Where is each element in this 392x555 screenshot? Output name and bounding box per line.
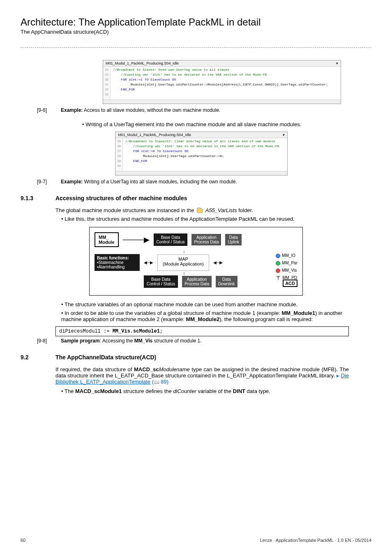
sample-code-box: diPiecesModul1 := MM_Vis.scModule1; bbox=[55, 326, 349, 336]
page-subtitle: The AppChannelData structure(ACD) bbox=[21, 29, 371, 35]
book-icon bbox=[154, 379, 161, 385]
basic-functions-box: Basic functions: •Statemachine •Alarmhan… bbox=[95, 254, 140, 271]
mm-module-box: MM_ Module bbox=[95, 232, 119, 247]
app-pd-bottom: ApplicationProcess Data bbox=[182, 276, 212, 287]
data-downlink: Data Downlink bbox=[216, 276, 238, 287]
page-number: 60 bbox=[21, 538, 25, 543]
scrollbar bbox=[103, 99, 341, 104]
caption-9-7: [9-7] Example: Writing of a UserTag into… bbox=[37, 179, 371, 185]
acd-box: ACD bbox=[283, 280, 297, 287]
scrollbar bbox=[115, 171, 287, 175]
code-screenshot-1: M01_Modul_1_PackML_Producing.S04_Idle ▾ … bbox=[103, 60, 341, 104]
folder-icon bbox=[197, 208, 203, 213]
code-header-1: M01_Modul_1_PackML_Producing.S04_Idle bbox=[106, 61, 179, 65]
sec913-bullet-1: Like this, the structures and machine mo… bbox=[61, 216, 349, 222]
sec913-p1: The global machine module structures are… bbox=[55, 207, 349, 213]
sec92-p1: If required, the data structure of MACD_… bbox=[55, 366, 349, 385]
sec913-bullet-2: The structure variables of an optional m… bbox=[61, 301, 349, 308]
sec92-bullet-1: The MACD_scModule1 structure defines the… bbox=[61, 388, 349, 394]
port-list: MM_IO MM_Par MM_Vis MM_PD bbox=[276, 252, 297, 282]
caption-9-8: [9-8] Sample program: Accessing the MM_V… bbox=[37, 338, 371, 344]
app-pd-top: ApplicationProcess Data bbox=[191, 234, 221, 245]
code-gutter-2: 35 36 37 38 39 40 bbox=[115, 138, 123, 171]
code-screenshot-2: M01_Modul_1_PackML_Producing.S04_Idle ▾ … bbox=[115, 132, 288, 176]
svg-marker-0 bbox=[276, 276, 280, 280]
sec913-bullet-3: In order to be able to use the variables… bbox=[61, 310, 349, 322]
code-lines-2: //Broadcast to SlavesII: Clear UserTag v… bbox=[123, 138, 287, 171]
filter-icon bbox=[276, 275, 281, 280]
dropdown-icon: ▾ bbox=[336, 61, 338, 65]
section-9-2-head: 9.2 The AppChannelData structure(ACD) bbox=[21, 354, 371, 361]
page-title: Architecture: The ApplicationTemplate Pa… bbox=[21, 16, 371, 28]
map-box: MAP (Module Application) bbox=[157, 254, 209, 271]
code-gutter-1: 28 29 30 31 32 33 bbox=[103, 67, 111, 99]
footer-info: Lenze · ApplicationTemplate PackML · 1.0… bbox=[260, 538, 371, 543]
base-data-top: Base DataControl / Status bbox=[154, 234, 188, 246]
base-data-bottom: Base DataControl / Status bbox=[144, 275, 178, 288]
code-lines-1: //Broadcast to Slaves: Send own UserTag … bbox=[111, 67, 341, 99]
architecture-diagram: MM_ Module ────▶ Base DataControl / Stat… bbox=[89, 227, 303, 296]
bullet-usertag-write: Writing of a UserTag element into the ow… bbox=[82, 121, 347, 127]
caption-9-6: [9-6] Example: Access to all slave modul… bbox=[37, 107, 371, 113]
page-footer: 60 Lenze · ApplicationTemplate PackML · … bbox=[21, 538, 371, 543]
section-9-1-3-head: 9.1.3 Accessing structures of other mach… bbox=[21, 195, 371, 201]
code-header-2: M01_Modul_1_PackML_Producing.S04_Idle bbox=[118, 133, 191, 137]
data-uplink: Data Uplink bbox=[225, 234, 242, 245]
divider bbox=[21, 47, 371, 48]
dropdown-icon: ▾ bbox=[283, 133, 285, 137]
